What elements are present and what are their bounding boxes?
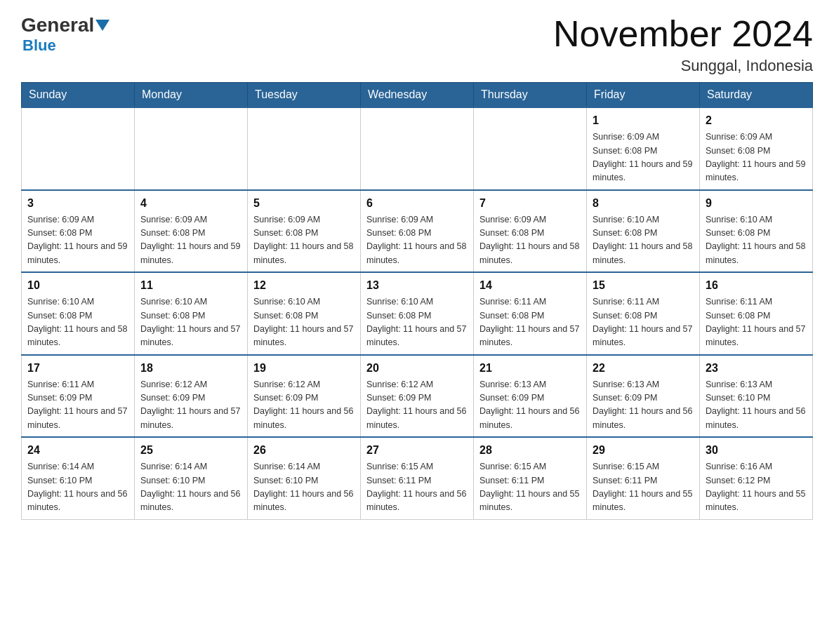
month-title: November 2024 [553, 14, 813, 54]
logo-triangle-icon [95, 20, 110, 31]
day-number: 20 [366, 360, 468, 377]
day-info: Sunrise: 6:11 AMSunset: 6:08 PMDaylight:… [706, 295, 807, 350]
calendar-cell: 20Sunrise: 6:12 AMSunset: 6:09 PMDayligh… [361, 355, 474, 438]
calendar-cell: 8Sunrise: 6:10 AMSunset: 6:08 PMDaylight… [587, 190, 700, 273]
day-info: Sunrise: 6:11 AMSunset: 6:09 PMDaylight:… [27, 378, 128, 433]
day-info: Sunrise: 6:10 AMSunset: 6:08 PMDaylight:… [366, 295, 468, 350]
day-number: 7 [479, 195, 581, 212]
calendar-header-row: SundayMondayTuesdayWednesdayThursdayFrid… [22, 83, 813, 108]
week-row-1: 1Sunrise: 6:09 AMSunset: 6:08 PMDaylight… [22, 107, 813, 190]
calendar-cell: 12Sunrise: 6:10 AMSunset: 6:08 PMDayligh… [248, 272, 361, 355]
day-number: 9 [706, 195, 807, 212]
day-info: Sunrise: 6:14 AMSunset: 6:10 PMDaylight:… [253, 460, 355, 515]
calendar-cell: 2Sunrise: 6:09 AMSunset: 6:08 PMDaylight… [700, 107, 813, 190]
calendar-cell: 14Sunrise: 6:11 AMSunset: 6:08 PMDayligh… [474, 272, 587, 355]
calendar-cell: 5Sunrise: 6:09 AMSunset: 6:08 PMDaylight… [248, 190, 361, 273]
calendar-cell [474, 107, 587, 190]
day-info: Sunrise: 6:10 AMSunset: 6:08 PMDaylight:… [27, 295, 128, 350]
day-number: 21 [479, 360, 581, 377]
calendar-cell [361, 107, 474, 190]
day-number: 12 [253, 277, 355, 294]
day-info: Sunrise: 6:11 AMSunset: 6:08 PMDaylight:… [593, 295, 694, 350]
calendar-cell [135, 107, 248, 190]
day-number: 25 [140, 442, 241, 459]
calendar-cell: 9Sunrise: 6:10 AMSunset: 6:08 PMDaylight… [700, 190, 813, 273]
column-header-sunday: Sunday [22, 83, 135, 108]
day-info: Sunrise: 6:10 AMSunset: 6:08 PMDaylight:… [706, 213, 807, 268]
day-info: Sunrise: 6:10 AMSunset: 6:08 PMDaylight:… [253, 295, 355, 350]
calendar-cell: 4Sunrise: 6:09 AMSunset: 6:08 PMDaylight… [135, 190, 248, 273]
column-header-friday: Friday [587, 83, 700, 108]
day-info: Sunrise: 6:12 AMSunset: 6:09 PMDaylight:… [366, 378, 468, 433]
day-info: Sunrise: 6:14 AMSunset: 6:10 PMDaylight:… [140, 460, 241, 515]
column-header-monday: Monday [135, 83, 248, 108]
day-number: 22 [593, 360, 694, 377]
calendar-cell: 23Sunrise: 6:13 AMSunset: 6:10 PMDayligh… [700, 355, 813, 438]
day-number: 2 [706, 112, 807, 129]
day-info: Sunrise: 6:13 AMSunset: 6:10 PMDaylight:… [706, 378, 807, 433]
day-info: Sunrise: 6:09 AMSunset: 6:08 PMDaylight:… [366, 213, 468, 268]
calendar-cell: 21Sunrise: 6:13 AMSunset: 6:09 PMDayligh… [474, 355, 587, 438]
calendar-cell: 17Sunrise: 6:11 AMSunset: 6:09 PMDayligh… [22, 355, 135, 438]
day-info: Sunrise: 6:09 AMSunset: 6:08 PMDaylight:… [593, 130, 694, 185]
day-number: 14 [479, 277, 581, 294]
day-number: 17 [27, 360, 128, 377]
day-info: Sunrise: 6:13 AMSunset: 6:09 PMDaylight:… [593, 378, 694, 433]
day-number: 10 [27, 277, 128, 294]
day-number: 16 [706, 277, 807, 294]
day-info: Sunrise: 6:13 AMSunset: 6:09 PMDaylight:… [479, 378, 581, 433]
calendar-cell: 7Sunrise: 6:09 AMSunset: 6:08 PMDaylight… [474, 190, 587, 273]
day-number: 26 [253, 442, 355, 459]
calendar-cell: 10Sunrise: 6:10 AMSunset: 6:08 PMDayligh… [22, 272, 135, 355]
column-header-thursday: Thursday [474, 83, 587, 108]
day-number: 1 [593, 112, 694, 129]
calendar-cell: 1Sunrise: 6:09 AMSunset: 6:08 PMDaylight… [587, 107, 700, 190]
day-number: 27 [366, 442, 468, 459]
day-info: Sunrise: 6:09 AMSunset: 6:08 PMDaylight:… [479, 213, 581, 268]
week-row-2: 3Sunrise: 6:09 AMSunset: 6:08 PMDaylight… [22, 190, 813, 273]
day-info: Sunrise: 6:10 AMSunset: 6:08 PMDaylight:… [140, 295, 241, 350]
day-number: 4 [140, 195, 241, 212]
column-header-saturday: Saturday [700, 83, 813, 108]
calendar-cell: 11Sunrise: 6:10 AMSunset: 6:08 PMDayligh… [135, 272, 248, 355]
day-number: 6 [366, 195, 468, 212]
day-number: 30 [706, 442, 807, 459]
day-number: 23 [706, 360, 807, 377]
day-number: 3 [27, 195, 128, 212]
day-info: Sunrise: 6:15 AMSunset: 6:11 PMDaylight:… [593, 460, 694, 515]
calendar-cell [22, 107, 135, 190]
calendar-cell: 27Sunrise: 6:15 AMSunset: 6:11 PMDayligh… [361, 437, 474, 519]
week-row-5: 24Sunrise: 6:14 AMSunset: 6:10 PMDayligh… [22, 437, 813, 519]
calendar-cell: 13Sunrise: 6:10 AMSunset: 6:08 PMDayligh… [361, 272, 474, 355]
day-number: 13 [366, 277, 468, 294]
day-number: 28 [479, 442, 581, 459]
day-info: Sunrise: 6:09 AMSunset: 6:08 PMDaylight:… [706, 130, 807, 185]
logo: General Blue [21, 14, 111, 55]
day-info: Sunrise: 6:12 AMSunset: 6:09 PMDaylight:… [253, 378, 355, 433]
day-info: Sunrise: 6:09 AMSunset: 6:08 PMDaylight:… [27, 213, 128, 268]
day-info: Sunrise: 6:14 AMSunset: 6:10 PMDaylight:… [27, 460, 128, 515]
day-info: Sunrise: 6:12 AMSunset: 6:09 PMDaylight:… [140, 378, 241, 433]
calendar-cell: 25Sunrise: 6:14 AMSunset: 6:10 PMDayligh… [135, 437, 248, 519]
calendar-cell: 3Sunrise: 6:09 AMSunset: 6:08 PMDaylight… [22, 190, 135, 273]
day-info: Sunrise: 6:09 AMSunset: 6:08 PMDaylight:… [140, 213, 241, 268]
title-block: November 2024 Sunggal, Indonesia [553, 14, 813, 75]
day-number: 18 [140, 360, 241, 377]
calendar-cell: 19Sunrise: 6:12 AMSunset: 6:09 PMDayligh… [248, 355, 361, 438]
day-number: 15 [593, 277, 694, 294]
day-number: 29 [593, 442, 694, 459]
calendar-cell: 18Sunrise: 6:12 AMSunset: 6:09 PMDayligh… [135, 355, 248, 438]
column-header-wednesday: Wednesday [361, 83, 474, 108]
calendar-cell: 24Sunrise: 6:14 AMSunset: 6:10 PMDayligh… [22, 437, 135, 519]
calendar-cell: 15Sunrise: 6:11 AMSunset: 6:08 PMDayligh… [587, 272, 700, 355]
calendar-cell: 30Sunrise: 6:16 AMSunset: 6:12 PMDayligh… [700, 437, 813, 519]
calendar-cell: 26Sunrise: 6:14 AMSunset: 6:10 PMDayligh… [248, 437, 361, 519]
day-number: 19 [253, 360, 355, 377]
calendar-cell: 6Sunrise: 6:09 AMSunset: 6:08 PMDaylight… [361, 190, 474, 273]
day-info: Sunrise: 6:09 AMSunset: 6:08 PMDaylight:… [253, 213, 355, 268]
calendar-cell [248, 107, 361, 190]
day-number: 11 [140, 277, 241, 294]
week-row-3: 10Sunrise: 6:10 AMSunset: 6:08 PMDayligh… [22, 272, 813, 355]
calendar-cell: 16Sunrise: 6:11 AMSunset: 6:08 PMDayligh… [700, 272, 813, 355]
day-info: Sunrise: 6:15 AMSunset: 6:11 PMDaylight:… [366, 460, 468, 515]
